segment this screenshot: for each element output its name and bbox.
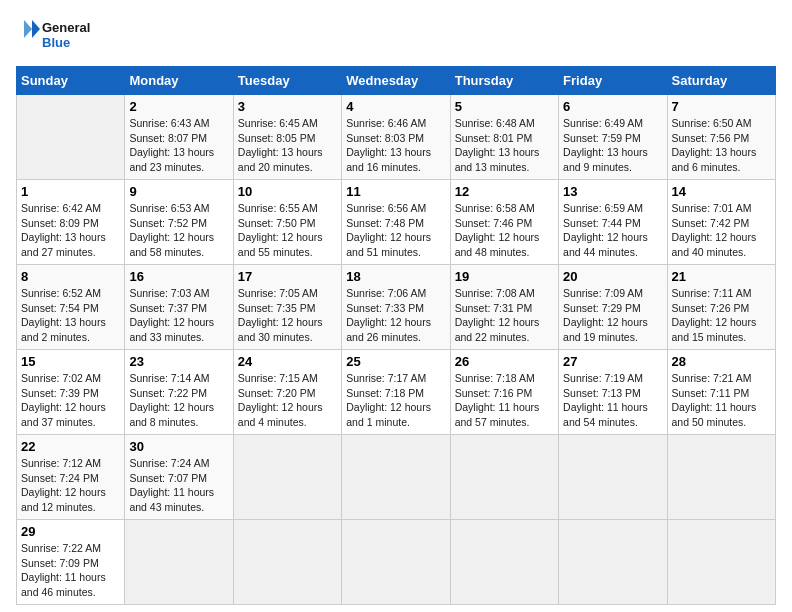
calendar-cell: 5Sunrise: 6:48 AMSunset: 8:01 PMDaylight…	[450, 95, 558, 180]
week-row-2: 8Sunrise: 6:52 AMSunset: 7:54 PMDaylight…	[17, 265, 776, 350]
day-info: Sunrise: 6:50 AMSunset: 7:56 PMDaylight:…	[672, 116, 771, 175]
svg-marker-2	[32, 20, 40, 38]
day-of-week-header: SundayMondayTuesdayWednesdayThursdayFrid…	[17, 67, 776, 95]
day-info: Sunrise: 7:11 AMSunset: 7:26 PMDaylight:…	[672, 286, 771, 345]
day-number: 4	[346, 99, 445, 114]
dow-saturday: Saturday	[667, 67, 775, 95]
day-number: 16	[129, 269, 228, 284]
calendar-cell: 30Sunrise: 7:24 AMSunset: 7:07 PMDayligh…	[125, 435, 233, 520]
dow-wednesday: Wednesday	[342, 67, 450, 95]
day-info: Sunrise: 7:12 AMSunset: 7:24 PMDaylight:…	[21, 456, 120, 515]
calendar-cell	[667, 435, 775, 520]
day-info: Sunrise: 6:53 AMSunset: 7:52 PMDaylight:…	[129, 201, 228, 260]
day-number: 10	[238, 184, 337, 199]
day-info: Sunrise: 7:03 AMSunset: 7:37 PMDaylight:…	[129, 286, 228, 345]
calendar-cell: 12Sunrise: 6:58 AMSunset: 7:46 PMDayligh…	[450, 180, 558, 265]
calendar-cell: 27Sunrise: 7:19 AMSunset: 7:13 PMDayligh…	[559, 350, 667, 435]
day-number: 12	[455, 184, 554, 199]
calendar-cell	[450, 520, 558, 605]
calendar-cell: 1Sunrise: 6:42 AMSunset: 8:09 PMDaylight…	[17, 180, 125, 265]
calendar-cell: 16Sunrise: 7:03 AMSunset: 7:37 PMDayligh…	[125, 265, 233, 350]
calendar-cell: 23Sunrise: 7:14 AMSunset: 7:22 PMDayligh…	[125, 350, 233, 435]
day-info: Sunrise: 7:14 AMSunset: 7:22 PMDaylight:…	[129, 371, 228, 430]
calendar-table: SundayMondayTuesdayWednesdayThursdayFrid…	[16, 66, 776, 605]
dow-friday: Friday	[559, 67, 667, 95]
calendar-cell	[125, 520, 233, 605]
day-number: 22	[21, 439, 120, 454]
calendar-cell	[342, 520, 450, 605]
day-info: Sunrise: 7:01 AMSunset: 7:42 PMDaylight:…	[672, 201, 771, 260]
day-info: Sunrise: 6:55 AMSunset: 7:50 PMDaylight:…	[238, 201, 337, 260]
logo: General Blue	[16, 16, 106, 56]
calendar-cell: 19Sunrise: 7:08 AMSunset: 7:31 PMDayligh…	[450, 265, 558, 350]
calendar-body: 2Sunrise: 6:43 AMSunset: 8:07 PMDaylight…	[17, 95, 776, 605]
calendar-cell: 11Sunrise: 6:56 AMSunset: 7:48 PMDayligh…	[342, 180, 450, 265]
calendar-cell: 14Sunrise: 7:01 AMSunset: 7:42 PMDayligh…	[667, 180, 775, 265]
day-info: Sunrise: 7:21 AMSunset: 7:11 PMDaylight:…	[672, 371, 771, 430]
day-info: Sunrise: 7:18 AMSunset: 7:16 PMDaylight:…	[455, 371, 554, 430]
svg-text:Blue: Blue	[42, 35, 70, 50]
day-number: 23	[129, 354, 228, 369]
day-number: 18	[346, 269, 445, 284]
day-number: 17	[238, 269, 337, 284]
calendar-cell: 4Sunrise: 6:46 AMSunset: 8:03 PMDaylight…	[342, 95, 450, 180]
calendar-cell	[233, 435, 341, 520]
week-row-0: 2Sunrise: 6:43 AMSunset: 8:07 PMDaylight…	[17, 95, 776, 180]
day-number: 19	[455, 269, 554, 284]
day-number: 2	[129, 99, 228, 114]
day-number: 13	[563, 184, 662, 199]
calendar-cell	[450, 435, 558, 520]
dow-sunday: Sunday	[17, 67, 125, 95]
calendar-cell: 2Sunrise: 6:43 AMSunset: 8:07 PMDaylight…	[125, 95, 233, 180]
day-number: 25	[346, 354, 445, 369]
day-info: Sunrise: 6:52 AMSunset: 7:54 PMDaylight:…	[21, 286, 120, 345]
day-info: Sunrise: 6:59 AMSunset: 7:44 PMDaylight:…	[563, 201, 662, 260]
dow-thursday: Thursday	[450, 67, 558, 95]
day-info: Sunrise: 7:08 AMSunset: 7:31 PMDaylight:…	[455, 286, 554, 345]
day-info: Sunrise: 6:49 AMSunset: 7:59 PMDaylight:…	[563, 116, 662, 175]
day-number: 9	[129, 184, 228, 199]
day-info: Sunrise: 7:06 AMSunset: 7:33 PMDaylight:…	[346, 286, 445, 345]
day-number: 15	[21, 354, 120, 369]
week-row-1: 1Sunrise: 6:42 AMSunset: 8:09 PMDaylight…	[17, 180, 776, 265]
day-number: 29	[21, 524, 120, 539]
calendar-cell	[559, 520, 667, 605]
day-number: 28	[672, 354, 771, 369]
day-info: Sunrise: 6:45 AMSunset: 8:05 PMDaylight:…	[238, 116, 337, 175]
day-number: 5	[455, 99, 554, 114]
calendar-cell: 6Sunrise: 6:49 AMSunset: 7:59 PMDaylight…	[559, 95, 667, 180]
calendar-cell: 21Sunrise: 7:11 AMSunset: 7:26 PMDayligh…	[667, 265, 775, 350]
day-info: Sunrise: 6:48 AMSunset: 8:01 PMDaylight:…	[455, 116, 554, 175]
calendar-cell: 29Sunrise: 7:22 AMSunset: 7:09 PMDayligh…	[17, 520, 125, 605]
calendar-cell: 10Sunrise: 6:55 AMSunset: 7:50 PMDayligh…	[233, 180, 341, 265]
calendar-cell: 13Sunrise: 6:59 AMSunset: 7:44 PMDayligh…	[559, 180, 667, 265]
day-number: 30	[129, 439, 228, 454]
calendar-cell: 7Sunrise: 6:50 AMSunset: 7:56 PMDaylight…	[667, 95, 775, 180]
day-number: 20	[563, 269, 662, 284]
calendar-cell: 25Sunrise: 7:17 AMSunset: 7:18 PMDayligh…	[342, 350, 450, 435]
calendar-cell	[17, 95, 125, 180]
calendar-cell: 22Sunrise: 7:12 AMSunset: 7:24 PMDayligh…	[17, 435, 125, 520]
day-number: 21	[672, 269, 771, 284]
calendar-cell: 26Sunrise: 7:18 AMSunset: 7:16 PMDayligh…	[450, 350, 558, 435]
calendar-cell: 28Sunrise: 7:21 AMSunset: 7:11 PMDayligh…	[667, 350, 775, 435]
calendar-cell: 9Sunrise: 6:53 AMSunset: 7:52 PMDaylight…	[125, 180, 233, 265]
calendar-cell: 17Sunrise: 7:05 AMSunset: 7:35 PMDayligh…	[233, 265, 341, 350]
day-info: Sunrise: 6:56 AMSunset: 7:48 PMDaylight:…	[346, 201, 445, 260]
calendar-cell	[667, 520, 775, 605]
calendar-cell: 15Sunrise: 7:02 AMSunset: 7:39 PMDayligh…	[17, 350, 125, 435]
day-number: 14	[672, 184, 771, 199]
week-row-3: 15Sunrise: 7:02 AMSunset: 7:39 PMDayligh…	[17, 350, 776, 435]
calendar-cell: 18Sunrise: 7:06 AMSunset: 7:33 PMDayligh…	[342, 265, 450, 350]
day-info: Sunrise: 7:02 AMSunset: 7:39 PMDaylight:…	[21, 371, 120, 430]
calendar-cell: 24Sunrise: 7:15 AMSunset: 7:20 PMDayligh…	[233, 350, 341, 435]
day-info: Sunrise: 7:05 AMSunset: 7:35 PMDaylight:…	[238, 286, 337, 345]
svg-marker-3	[24, 20, 32, 38]
calendar-cell	[342, 435, 450, 520]
calendar-cell: 8Sunrise: 6:52 AMSunset: 7:54 PMDaylight…	[17, 265, 125, 350]
day-number: 6	[563, 99, 662, 114]
calendar-cell	[559, 435, 667, 520]
day-info: Sunrise: 7:19 AMSunset: 7:13 PMDaylight:…	[563, 371, 662, 430]
day-info: Sunrise: 7:09 AMSunset: 7:29 PMDaylight:…	[563, 286, 662, 345]
day-number: 26	[455, 354, 554, 369]
